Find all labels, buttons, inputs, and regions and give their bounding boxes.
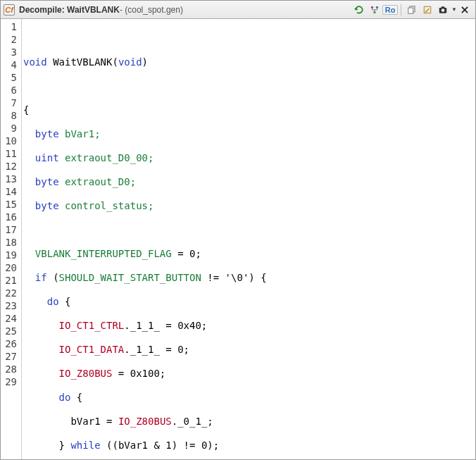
line-number: 16 [1,211,21,223]
line-number: 8 [1,109,21,122]
line-number: 27 [1,350,21,363]
refresh-icon[interactable] [353,4,365,16]
code-line: do { [22,295,475,308]
line-number: 17 [1,223,21,236]
code-line [22,32,475,44]
title-subtitle: - (cool_spot.gen) [120,5,183,15]
line-number: 19 [1,249,21,261]
line-number: 3 [1,46,21,58]
code-body[interactable]: void WaitVBLANK(void) { byte bVar1; uint… [22,19,475,459]
line-number-gutter: 1 2 3 4 5 6 7 8 9 10 11 12 13 14 15 16 1… [1,19,22,459]
line-number: 23 [1,299,21,312]
close-icon[interactable] [458,4,471,16]
svg-point-0 [371,6,374,8]
tree-icon[interactable] [368,4,381,16]
rename-toggle-button[interactable]: Ro [384,4,396,16]
code-line: void WaitVBLANK(void) [22,56,475,68]
toolbar-separator [401,4,401,15]
line-number: 13 [1,173,21,185]
code-line: } while ((bVar1 & 1) != 0); [22,439,475,452]
code-line: bVar1 = IO_Z80BUS._0_1_; [22,415,475,428]
copy-icon[interactable] [406,4,418,16]
line-number: 29 [1,375,21,388]
line-number: 12 [1,160,21,173]
title-text: Decompile: WaitVBLANK [19,5,120,15]
line-number: 21 [1,274,21,287]
svg-point-8 [441,8,445,12]
line-number: 4 [1,58,21,71]
code-line: uint extraout_D0_00; [22,151,475,164]
snapshot-icon[interactable] [437,4,449,16]
line-number: 25 [1,325,21,337]
line-number: 26 [1,337,21,350]
code-line: byte control_status; [22,199,475,212]
line-number: 18 [1,236,21,249]
code-line [22,80,475,92]
line-number: 7 [1,97,21,109]
titlebar: Cf Decompile: WaitVBLANK - (cool_spot.ge… [1,1,475,19]
code-line: if (SHOULD_WAIT_START_BUTTON != '\0') { [22,271,475,284]
code-editor[interactable]: 1 2 3 4 5 6 7 8 9 10 11 12 13 14 15 16 1… [1,19,475,459]
line-number: 9 [1,122,21,135]
line-number: 11 [1,147,21,160]
line-number: 15 [1,198,21,211]
code-line: byte bVar1; [22,128,475,140]
svg-point-2 [373,11,376,13]
line-number: 14 [1,185,21,198]
code-line: IO_CT1_CTRL._1_1_ = 0x40; [22,319,475,332]
decompile-panel: Cf Decompile: WaitVBLANK - (cool_spot.ge… [0,0,476,460]
code-line: VBLANK_INTERRUPTED_FLAG = 0; [22,247,475,260]
line-number: 22 [1,287,21,299]
line-number: 10 [1,135,21,147]
code-line: byte extraout_D0; [22,175,475,188]
line-number: 2 [1,33,21,46]
line-number: 28 [1,363,21,375]
code-line: { [22,104,475,116]
svg-rect-7 [441,6,445,8]
line-number: 24 [1,312,21,325]
line-number: 20 [1,261,21,274]
line-number: 5 [1,71,21,84]
line-number: 1 [1,20,21,33]
decompile-file-icon: Cf [4,4,15,15]
svg-point-1 [376,6,379,8]
line-number: 6 [1,84,21,97]
snapshot-dropdown-arrow[interactable]: ▼ [451,6,457,13]
code-line: do { [22,391,475,404]
code-line: IO_CT1_DATA._1_1_ = 0; [22,343,475,356]
edit-icon[interactable] [421,4,434,16]
code-line: IO_Z80BUS = 0x100; [22,367,475,380]
code-line [22,223,475,236]
svg-rect-4 [408,8,413,13]
